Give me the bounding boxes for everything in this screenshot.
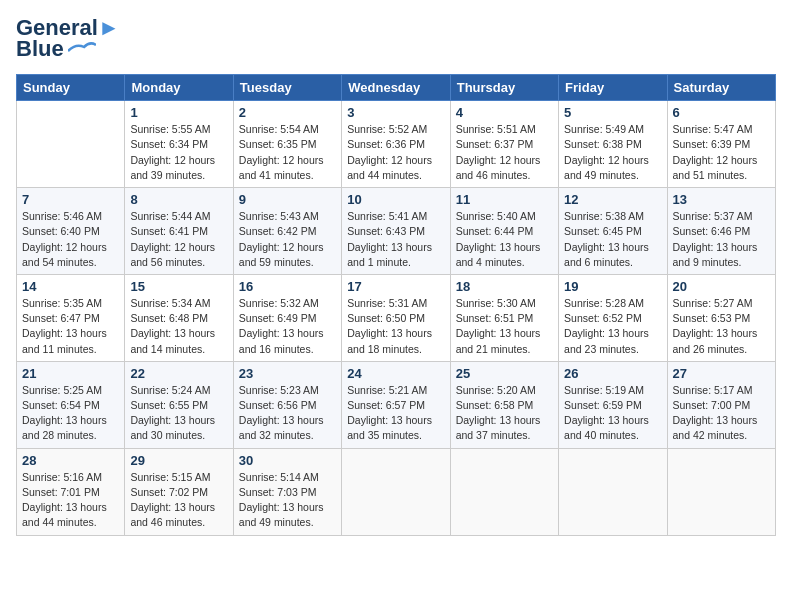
day-number: 30 [239,453,336,468]
day-info: Sunrise: 5:24 AMSunset: 6:55 PMDaylight:… [130,383,227,444]
day-info: Sunrise: 5:19 AMSunset: 6:59 PMDaylight:… [564,383,661,444]
calendar-week-row: 21Sunrise: 5:25 AMSunset: 6:54 PMDayligh… [17,361,776,448]
day-number: 5 [564,105,661,120]
day-number: 8 [130,192,227,207]
day-number: 13 [673,192,770,207]
day-info: Sunrise: 5:14 AMSunset: 7:03 PMDaylight:… [239,470,336,531]
day-number: 11 [456,192,553,207]
day-info: Sunrise: 5:21 AMSunset: 6:57 PMDaylight:… [347,383,444,444]
calendar-cell: 23Sunrise: 5:23 AMSunset: 6:56 PMDayligh… [233,361,341,448]
calendar-week-row: 1Sunrise: 5:55 AMSunset: 6:34 PMDaylight… [17,101,776,188]
calendar-cell: 13Sunrise: 5:37 AMSunset: 6:46 PMDayligh… [667,188,775,275]
calendar-cell: 11Sunrise: 5:40 AMSunset: 6:44 PMDayligh… [450,188,558,275]
day-number: 7 [22,192,119,207]
calendar-cell: 3Sunrise: 5:52 AMSunset: 6:36 PMDaylight… [342,101,450,188]
calendar-cell: 26Sunrise: 5:19 AMSunset: 6:59 PMDayligh… [559,361,667,448]
header-friday: Friday [559,75,667,101]
calendar-cell [450,448,558,535]
calendar-cell: 8Sunrise: 5:44 AMSunset: 6:41 PMDaylight… [125,188,233,275]
day-number: 26 [564,366,661,381]
day-number: 20 [673,279,770,294]
calendar-cell: 12Sunrise: 5:38 AMSunset: 6:45 PMDayligh… [559,188,667,275]
day-number: 16 [239,279,336,294]
day-info: Sunrise: 5:20 AMSunset: 6:58 PMDaylight:… [456,383,553,444]
calendar-week-row: 14Sunrise: 5:35 AMSunset: 6:47 PMDayligh… [17,274,776,361]
calendar-cell [342,448,450,535]
day-info: Sunrise: 5:17 AMSunset: 7:00 PMDaylight:… [673,383,770,444]
calendar-cell: 15Sunrise: 5:34 AMSunset: 6:48 PMDayligh… [125,274,233,361]
day-number: 4 [456,105,553,120]
day-info: Sunrise: 5:35 AMSunset: 6:47 PMDaylight:… [22,296,119,357]
calendar-cell [667,448,775,535]
header-wednesday: Wednesday [342,75,450,101]
calendar-table: SundayMondayTuesdayWednesdayThursdayFrid… [16,74,776,535]
header-monday: Monday [125,75,233,101]
calendar-cell: 21Sunrise: 5:25 AMSunset: 6:54 PMDayligh… [17,361,125,448]
day-info: Sunrise: 5:23 AMSunset: 6:56 PMDaylight:… [239,383,336,444]
day-number: 22 [130,366,227,381]
calendar-cell: 30Sunrise: 5:14 AMSunset: 7:03 PMDayligh… [233,448,341,535]
day-number: 14 [22,279,119,294]
calendar-cell: 5Sunrise: 5:49 AMSunset: 6:38 PMDaylight… [559,101,667,188]
day-number: 25 [456,366,553,381]
calendar-cell: 7Sunrise: 5:46 AMSunset: 6:40 PMDaylight… [17,188,125,275]
day-number: 28 [22,453,119,468]
day-number: 24 [347,366,444,381]
day-info: Sunrise: 5:25 AMSunset: 6:54 PMDaylight:… [22,383,119,444]
page-header: General► Blue [16,16,776,62]
day-number: 6 [673,105,770,120]
calendar-cell: 6Sunrise: 5:47 AMSunset: 6:39 PMDaylight… [667,101,775,188]
calendar-cell: 20Sunrise: 5:27 AMSunset: 6:53 PMDayligh… [667,274,775,361]
header-saturday: Saturday [667,75,775,101]
logo: General► Blue [16,16,120,62]
day-info: Sunrise: 5:47 AMSunset: 6:39 PMDaylight:… [673,122,770,183]
calendar-week-row: 28Sunrise: 5:16 AMSunset: 7:01 PMDayligh… [17,448,776,535]
day-info: Sunrise: 5:55 AMSunset: 6:34 PMDaylight:… [130,122,227,183]
day-number: 18 [456,279,553,294]
calendar-cell: 22Sunrise: 5:24 AMSunset: 6:55 PMDayligh… [125,361,233,448]
header-sunday: Sunday [17,75,125,101]
day-info: Sunrise: 5:28 AMSunset: 6:52 PMDaylight:… [564,296,661,357]
day-info: Sunrise: 5:32 AMSunset: 6:49 PMDaylight:… [239,296,336,357]
calendar-cell: 1Sunrise: 5:55 AMSunset: 6:34 PMDaylight… [125,101,233,188]
calendar-cell: 28Sunrise: 5:16 AMSunset: 7:01 PMDayligh… [17,448,125,535]
day-number: 17 [347,279,444,294]
calendar-cell: 17Sunrise: 5:31 AMSunset: 6:50 PMDayligh… [342,274,450,361]
day-info: Sunrise: 5:37 AMSunset: 6:46 PMDaylight:… [673,209,770,270]
day-info: Sunrise: 5:34 AMSunset: 6:48 PMDaylight:… [130,296,227,357]
calendar-cell: 27Sunrise: 5:17 AMSunset: 7:00 PMDayligh… [667,361,775,448]
day-info: Sunrise: 5:31 AMSunset: 6:50 PMDaylight:… [347,296,444,357]
day-info: Sunrise: 5:51 AMSunset: 6:37 PMDaylight:… [456,122,553,183]
calendar-header-row: SundayMondayTuesdayWednesdayThursdayFrid… [17,75,776,101]
day-info: Sunrise: 5:49 AMSunset: 6:38 PMDaylight:… [564,122,661,183]
calendar-cell [559,448,667,535]
day-info: Sunrise: 5:27 AMSunset: 6:53 PMDaylight:… [673,296,770,357]
day-number: 3 [347,105,444,120]
calendar-cell: 16Sunrise: 5:32 AMSunset: 6:49 PMDayligh… [233,274,341,361]
day-info: Sunrise: 5:44 AMSunset: 6:41 PMDaylight:… [130,209,227,270]
logo-line2: Blue [16,36,96,62]
calendar-week-row: 7Sunrise: 5:46 AMSunset: 6:40 PMDaylight… [17,188,776,275]
day-number: 29 [130,453,227,468]
day-number: 23 [239,366,336,381]
day-number: 15 [130,279,227,294]
day-info: Sunrise: 5:43 AMSunset: 6:42 PMDaylight:… [239,209,336,270]
day-info: Sunrise: 5:46 AMSunset: 6:40 PMDaylight:… [22,209,119,270]
calendar-cell: 18Sunrise: 5:30 AMSunset: 6:51 PMDayligh… [450,274,558,361]
calendar-cell: 2Sunrise: 5:54 AMSunset: 6:35 PMDaylight… [233,101,341,188]
day-info: Sunrise: 5:40 AMSunset: 6:44 PMDaylight:… [456,209,553,270]
day-number: 2 [239,105,336,120]
day-info: Sunrise: 5:54 AMSunset: 6:35 PMDaylight:… [239,122,336,183]
calendar-cell: 9Sunrise: 5:43 AMSunset: 6:42 PMDaylight… [233,188,341,275]
calendar-cell: 29Sunrise: 5:15 AMSunset: 7:02 PMDayligh… [125,448,233,535]
day-number: 12 [564,192,661,207]
day-info: Sunrise: 5:15 AMSunset: 7:02 PMDaylight:… [130,470,227,531]
day-info: Sunrise: 5:16 AMSunset: 7:01 PMDaylight:… [22,470,119,531]
logo-bird-icon [68,41,96,57]
header-thursday: Thursday [450,75,558,101]
calendar-cell [17,101,125,188]
day-number: 9 [239,192,336,207]
calendar-cell: 4Sunrise: 5:51 AMSunset: 6:37 PMDaylight… [450,101,558,188]
day-number: 27 [673,366,770,381]
day-info: Sunrise: 5:41 AMSunset: 6:43 PMDaylight:… [347,209,444,270]
